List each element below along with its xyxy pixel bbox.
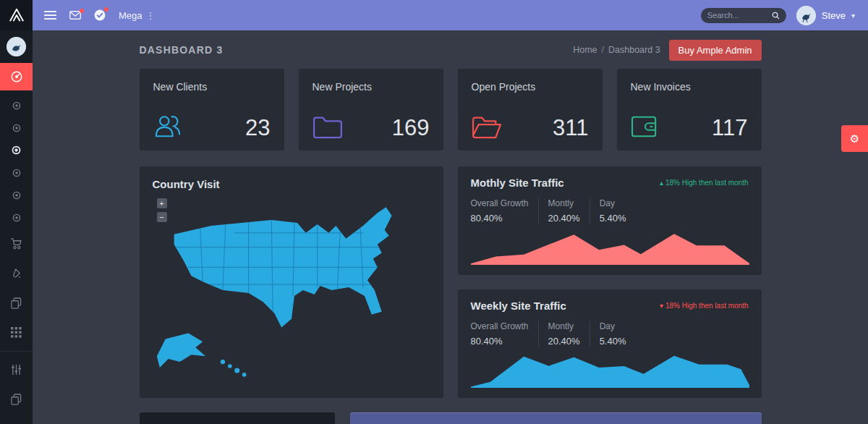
usa-map-svg	[148, 197, 435, 392]
trend-badge: ▴ 18% High then last month	[660, 179, 749, 187]
trend-text: 18% High then last month	[665, 179, 749, 187]
sidebar-item-5[interactable]	[0, 184, 33, 206]
circle-dot-icon	[12, 145, 21, 155]
trend-down-icon: ▾	[660, 302, 663, 310]
stat-card-new-clients: New Clients 23	[140, 69, 284, 150]
stat-value: 5.40%	[600, 213, 626, 224]
notification-dot	[104, 7, 109, 12]
circle-dot-icon	[12, 101, 21, 110]
copy-icon	[11, 297, 22, 309]
theme-settings-button[interactable]: ⚙	[841, 125, 868, 152]
stat-label: Montly	[548, 321, 580, 331]
sidebar-item-pages[interactable]	[0, 288, 33, 318]
messages-icon[interactable]	[69, 11, 81, 20]
sidebar-item-settings[interactable]	[0, 355, 33, 384]
stat-title: Open Projects	[472, 81, 589, 93]
hamburger-menu-icon[interactable]	[44, 11, 56, 20]
bottom-right-card	[350, 412, 762, 424]
grid-icon	[11, 327, 22, 338]
sidebar-item-theme[interactable]	[0, 258, 33, 288]
stat-title: New Clients	[153, 81, 271, 93]
vertical-dots-icon: ⋮	[146, 10, 156, 21]
circle-dot-icon	[12, 191, 21, 200]
avatar-image	[7, 37, 26, 56]
stat-value: 5.40%	[600, 336, 626, 347]
mega-menu[interactable]: Mega ⋮	[119, 10, 156, 21]
sidebar-item-shop[interactable]	[0, 229, 33, 258]
breadcrumb: Home / Dashboard 3	[573, 45, 660, 55]
monthly-area-chart	[471, 232, 749, 265]
left-sidebar	[0, 30, 33, 424]
hamburger-icon	[44, 11, 56, 20]
traffic-stats: Overall Growth80.40% Montly20.40% Day5.4…	[471, 321, 749, 347]
usa-map[interactable]	[148, 197, 435, 392]
stat-value: 311	[553, 116, 588, 139]
stat-label: Overall Growth	[471, 321, 529, 331]
stat-card-new-invoices: New Invoices 117	[617, 69, 762, 150]
wallet-icon	[631, 114, 660, 139]
stat-value: 80.40%	[471, 336, 529, 347]
check-circle-icon	[94, 9, 106, 21]
main-content: DASHBOARD 3 Home / Dashboard 3 Buy Ample…	[33, 30, 868, 424]
cart-icon	[10, 238, 22, 250]
stat-value: 169	[392, 116, 430, 139]
bottom-left-card	[140, 412, 335, 424]
buy-ample-admin-button[interactable]: Buy Ample Admin	[669, 40, 762, 61]
notification-dot	[80, 9, 84, 13]
sidebar-item-3-active[interactable]	[0, 139, 33, 161]
search-box[interactable]	[701, 8, 786, 23]
gear-icon: ⚙	[850, 132, 859, 145]
circle-dot-icon	[12, 213, 21, 222]
chevron-down-icon: ▾	[851, 12, 855, 20]
card-title: Country Visit	[153, 178, 430, 190]
search-icon[interactable]	[772, 12, 780, 20]
breadcrumb-home[interactable]: Home	[573, 45, 597, 55]
envelope-icon	[69, 11, 81, 20]
stat-card-open-projects: Open Projects 311	[458, 69, 603, 150]
stat-title: New Projects	[312, 81, 430, 93]
sidebar-item-1[interactable]	[0, 94, 33, 116]
page-title: DASHBOARD 3	[140, 44, 224, 56]
user-avatar	[796, 6, 816, 25]
paint-icon	[11, 268, 22, 279]
sidebar-item-4[interactable]	[0, 161, 33, 184]
ample-logo-icon	[8, 7, 25, 23]
stat-label: Day	[600, 321, 626, 331]
monthly-site-traffic-card: Mothly Site Traffic ▴ 18% High then last…	[458, 166, 762, 275]
stat-label: Day	[600, 198, 626, 208]
sidebar-item-2[interactable]	[0, 116, 33, 139]
breadcrumb-current: Dashboard 3	[608, 45, 660, 55]
folder-open-icon	[472, 114, 502, 139]
search-input[interactable]	[707, 11, 772, 20]
sidebar-avatar[interactable]	[7, 37, 26, 56]
folder-icon	[312, 114, 343, 139]
sidebar-item-docs[interactable]	[0, 384, 33, 414]
stat-label: Montly	[548, 198, 580, 208]
card-title: Mothly Site Traffic	[471, 177, 564, 189]
stats-row: New Clients 23 New Projects	[140, 69, 762, 150]
sidebar-divider	[0, 351, 33, 352]
map-zoom-out-button[interactable]: −	[157, 212, 167, 222]
trend-badge: ▾ 18% High then last month	[660, 302, 749, 310]
sidebar-item-6[interactable]	[0, 206, 33, 229]
weekly-site-traffic-card: Weekly Site Traffic ▾ 18% High then last…	[458, 289, 762, 398]
user-menu[interactable]: Steve ▾	[796, 6, 868, 25]
map-zoom-in-button[interactable]: +	[157, 198, 167, 208]
sidebar-item-widgets[interactable]	[0, 318, 33, 347]
weekly-area-chart	[471, 355, 749, 388]
speedometer-icon	[10, 70, 23, 83]
circle-dot-icon	[12, 124, 21, 132]
copy-icon	[11, 394, 22, 405]
stat-card-new-projects: New Projects 169	[299, 69, 443, 150]
app-logo[interactable]	[0, 0, 33, 30]
stat-value: 80.40%	[471, 213, 529, 224]
users-icon	[153, 113, 182, 139]
sidebar-item-dashboard[interactable]	[0, 63, 33, 90]
avatar-image	[796, 6, 816, 25]
sliders-icon	[11, 364, 22, 376]
traffic-stats: Overall Growth80.40% Montly20.40% Day5.4…	[471, 198, 749, 224]
country-visit-card: Country Visit + −	[140, 166, 443, 398]
stat-value: 20.40%	[548, 336, 580, 347]
stat-label: Overall Growth	[471, 198, 529, 208]
tasks-icon[interactable]	[94, 9, 106, 21]
